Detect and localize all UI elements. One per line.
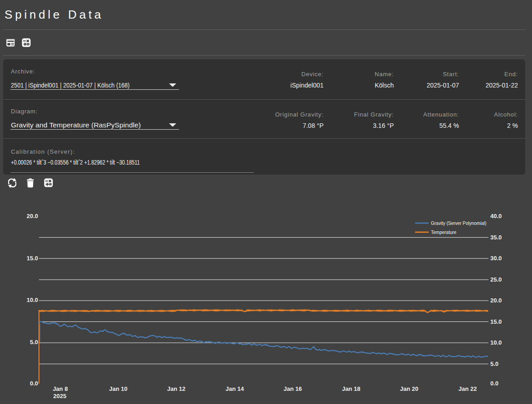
- svg-text:Temperature: Temperature: [431, 230, 457, 235]
- svg-text:Gravity (Server Polynomial): Gravity (Server Polynomial): [431, 221, 486, 226]
